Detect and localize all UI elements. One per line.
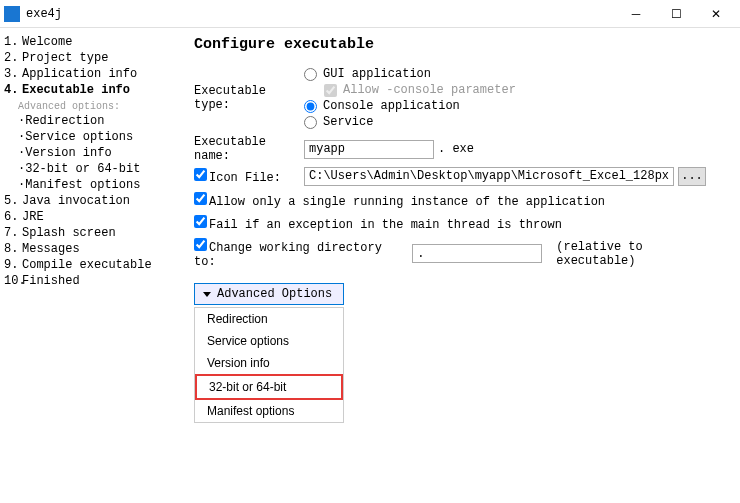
exe-name-input[interactable] — [304, 140, 434, 159]
step-finished[interactable]: 10.Finished — [4, 273, 174, 289]
icon-file-checkbox[interactable]: Icon File: — [194, 168, 304, 185]
working-dir-input[interactable] — [412, 244, 542, 263]
browse-button[interactable]: ... — [678, 167, 706, 186]
step-java-invocation[interactable]: 5.Java invocation — [4, 193, 174, 209]
substep-version-info[interactable]: Version info — [4, 145, 174, 161]
substep-32-64-bit[interactable]: 32-bit or 64-bit — [4, 161, 174, 177]
maximize-button[interactable]: ☐ — [656, 1, 696, 27]
checkbox-allow-console: Allow -console parameter — [304, 83, 516, 97]
relative-hint: (relative to executable) — [556, 240, 724, 268]
menu-item-version-info[interactable]: Version info — [195, 352, 343, 374]
chevron-down-icon — [203, 292, 211, 297]
checkbox-fail-exception[interactable]: Fail if an exception in the main thread … — [194, 215, 562, 232]
page-title: Configure executable — [194, 36, 724, 53]
step-messages[interactable]: 8.Messages — [4, 241, 174, 257]
substep-service-options[interactable]: Service options — [4, 129, 174, 145]
step-jre[interactable]: 6.JRE — [4, 209, 174, 225]
wizard-sidebar: 1.Welcome 2.Project type 3.Application i… — [0, 28, 178, 503]
exe-extension-label: . exe — [438, 142, 474, 156]
step-executable-info[interactable]: 4.Executable info — [4, 82, 174, 98]
step-compile-executable[interactable]: 9.Compile executable — [4, 257, 174, 273]
exe-type-label: Executable type: — [194, 84, 304, 112]
window-title: exe4j — [26, 7, 616, 21]
menu-item-manifest-options[interactable]: Manifest options — [195, 400, 343, 422]
substep-manifest-options[interactable]: Manifest options — [4, 177, 174, 193]
step-project-type[interactable]: 2.Project type — [4, 50, 174, 66]
radio-gui-application[interactable]: GUI application — [304, 67, 516, 81]
icon-file-input[interactable] — [304, 167, 674, 186]
close-button[interactable]: ✕ — [696, 1, 736, 27]
step-welcome[interactable]: 1.Welcome — [4, 34, 174, 50]
app-icon — [4, 6, 20, 22]
advanced-options-header: Advanced options: — [4, 100, 174, 113]
checkbox-change-dir[interactable]: Change working directory to: — [194, 238, 404, 269]
menu-item-service-options[interactable]: Service options — [195, 330, 343, 352]
minimize-button[interactable]: ─ — [616, 1, 656, 27]
radio-service[interactable]: Service — [304, 115, 516, 129]
checkbox-single-instance[interactable]: Allow only a single running instance of … — [194, 192, 605, 209]
exe-name-label: Executable name: — [194, 135, 304, 163]
menu-item-redirection[interactable]: Redirection — [195, 308, 343, 330]
radio-console-application[interactable]: Console application — [304, 99, 516, 113]
advanced-options-button[interactable]: Advanced Options — [194, 283, 344, 305]
menu-item-32-64-bit[interactable]: 32-bit or 64-bit — [195, 374, 343, 400]
advanced-options-menu: Redirection Service options Version info… — [194, 307, 344, 423]
step-application-info[interactable]: 3.Application info — [4, 66, 174, 82]
main-panel: Configure executable Executable type: GU… — [178, 28, 740, 503]
substep-redirection[interactable]: Redirection — [4, 113, 174, 129]
step-splash-screen[interactable]: 7.Splash screen — [4, 225, 174, 241]
titlebar: exe4j ─ ☐ ✕ — [0, 0, 740, 28]
window-controls: ─ ☐ ✕ — [616, 1, 736, 27]
